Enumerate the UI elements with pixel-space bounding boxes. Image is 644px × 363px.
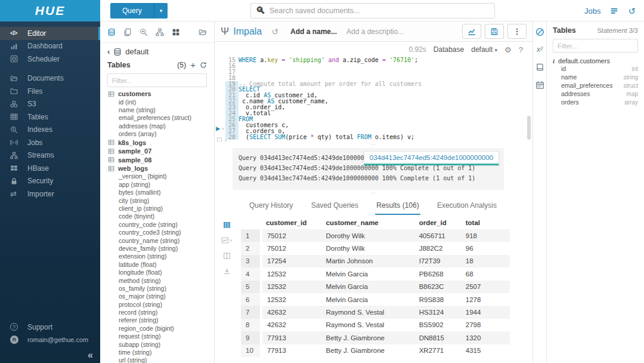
table-row[interactable]: 175012Dorothy Wilk4056711918: [241, 229, 510, 242]
table-row[interactable]: 977913Betty J. GiambroneDN88151320: [241, 331, 510, 344]
new-query-button[interactable]: Query ▾: [110, 3, 168, 19]
code-line-28[interactable]: 28 (SELECT SUM(price * qty) total FROM o…: [225, 134, 532, 140]
assist-column-version-bigint[interactable]: _version_ (bigint): [100, 173, 214, 180]
search-plus-icon[interactable]: [140, 28, 148, 36]
refresh-icon[interactable]: [200, 61, 207, 69]
settings-gear-icon[interactable]: ⚙: [504, 45, 512, 54]
tab-query-history[interactable]: Query History: [248, 199, 294, 214]
assist-column-country-name-string[interactable]: country_name (string): [100, 237, 214, 245]
assist-column-os-major-string[interactable]: os_major (string): [100, 293, 214, 300]
assist-column-orders-array[interactable]: orders (array): [100, 130, 214, 138]
query-name-field[interactable]: Add a name...: [290, 27, 337, 36]
right-assist-column-id[interactable]: id int: [553, 64, 638, 73]
database-selector[interactable]: default ▾: [471, 45, 497, 54]
assist-table-sample-08[interactable]: sample_08: [100, 155, 214, 164]
column-header-customer-id[interactable]: customer_id: [261, 216, 321, 229]
sidebar-item-jobs[interactable]: Jobs: [0, 136, 100, 149]
editor-scrollbar[interactable]: [527, 116, 531, 140]
column-header-customer-name[interactable]: customer_name: [321, 216, 414, 229]
query-id-tooltip[interactable]: 034d413ec7474ed5:4249de1000000000: [364, 151, 499, 165]
assist-column-bytes-smallint[interactable]: bytes (smallint): [100, 189, 214, 196]
assist-column-device-family-string[interactable]: device_family (string): [100, 245, 214, 253]
assist-column-protocol-string[interactable]: protocol (string): [100, 301, 214, 309]
calendar-icon[interactable]: [535, 81, 544, 90]
assist-column-url-string[interactable]: url (string): [100, 356, 214, 363]
table-row[interactable]: 842632Raymond S. VestalBS59022798: [241, 319, 510, 331]
info-icon[interactable]: i: [553, 57, 555, 64]
assist-column-email-preferences-struct[interactable]: email_preferences (struct): [100, 114, 214, 122]
sidebar-item-scheduler[interactable]: Scheduler: [0, 53, 100, 66]
grid-icon[interactable]: [223, 221, 231, 229]
code-line-15[interactable]: 15WHERE a.key = 'shipping' and a.zip_cod…: [225, 57, 532, 63]
back-chevron-icon[interactable]: ‹: [107, 47, 110, 56]
assist-column-extension-string[interactable]: extension (string): [100, 253, 214, 260]
assist-column-os-family-string[interactable]: os_family (string): [100, 285, 214, 293]
query-dropdown-caret-icon[interactable]: ▾: [154, 3, 168, 19]
assist-column-region-code-bigint[interactable]: region_code (bigint): [100, 325, 214, 333]
right-assist-column-name[interactable]: name string: [553, 73, 638, 81]
right-assist-filter-input[interactable]: [553, 39, 638, 53]
sidebar-item-documents[interactable]: Documents: [0, 72, 100, 85]
query-button-label[interactable]: Query: [110, 3, 154, 19]
apps-icon[interactable]: [172, 28, 180, 36]
assist-column-client-ip-string[interactable]: client_ip (string): [100, 205, 214, 213]
execute-query-button[interactable]: ▶: [216, 124, 220, 133]
sidebar-item-editor[interactable]: </>Editor: [0, 27, 100, 40]
table-row[interactable]: 742632Raymond S. VestalHS31241944: [241, 306, 510, 318]
assist-column-country-code-string[interactable]: country_code (string): [100, 221, 214, 229]
code-line-19[interactable]: 19-- Compute total amount per order for …: [225, 81, 532, 87]
table-row[interactable]: 412532Melvin GarciaPB626868: [241, 267, 510, 280]
download-icon[interactable]: [223, 267, 231, 275]
database-name[interactable]: default: [125, 47, 148, 56]
assist-column-code-tinyint[interactable]: code (tinyint): [100, 213, 214, 220]
resize-grip-bottom[interactable]: ⋯: [215, 190, 532, 196]
search-input[interactable]: [270, 7, 490, 15]
present-chart-button[interactable]: [462, 24, 481, 39]
column-header-order-id[interactable]: order_id: [414, 216, 461, 229]
right-assist-column-email-preferences[interactable]: email_preferences struct: [553, 81, 638, 90]
code-line-24[interactable]: 24 v.total: [225, 110, 532, 116]
resize-grip[interactable]: ⋯: [215, 141, 532, 147]
tab-results-106[interactable]: Results (106): [375, 199, 420, 215]
sitemap-icon[interactable]: [156, 28, 164, 36]
folder-open-icon[interactable]: [199, 28, 207, 36]
code-line-17[interactable]: 17: [225, 69, 532, 75]
sidebar-item-tables[interactable]: Tables: [0, 110, 100, 124]
assist-column-addresses-map[interactable]: addresses (map): [100, 122, 214, 130]
sql-code-editor[interactable]: 15WHERE a.key = 'shipping' and a.zip_cod…: [215, 57, 532, 141]
query-history-icon[interactable]: ↺: [271, 27, 278, 36]
assist-column-record-string[interactable]: record (string): [100, 309, 214, 316]
columns-icon[interactable]: [223, 252, 231, 260]
assist-column-country-code3-string[interactable]: country_code3 (string): [100, 229, 214, 236]
copy-icon[interactable]: [123, 28, 132, 36]
right-assist-column-addresses[interactable]: addresses map: [553, 90, 638, 98]
assist-column-longitude-float[interactable]: longitude (float): [100, 269, 214, 276]
table-row[interactable]: 317254Martin JohnsonI72T3918: [241, 255, 510, 267]
sidebar-item-indexes[interactable]: Indexes: [0, 124, 100, 137]
code-line-16[interactable]: 16: [225, 63, 532, 69]
sidebar-item-support[interactable]: ?Support: [0, 321, 100, 334]
add-table-icon[interactable]: +: [190, 60, 196, 70]
assist-table-customers[interactable]: customers: [100, 90, 214, 99]
sidebar-collapse-button[interactable]: «: [88, 350, 93, 361]
column-header-total[interactable]: total: [461, 216, 510, 229]
sidebar-item-hbase[interactable]: HBase: [0, 162, 100, 175]
assist-table-sample-07[interactable]: sample_07: [100, 147, 214, 156]
assist-column-name-string[interactable]: name (string): [100, 106, 214, 114]
save-query-button[interactable]: [485, 24, 504, 39]
assist-column-id-int[interactable]: id (int): [100, 99, 214, 106]
table-row[interactable]: 512532Melvin GarciaB8623C2507: [241, 281, 510, 293]
database-icon[interactable]: [107, 28, 116, 36]
help-icon[interactable]: ?: [519, 45, 523, 54]
hue-logo[interactable]: HUE: [0, 0, 100, 21]
assist-table-k8s-logs[interactable]: k8s_logs: [100, 138, 214, 147]
table-row[interactable]: 612532Melvin GarciaR9S8381278: [241, 293, 510, 306]
execute-options-caret-icon[interactable]: ▾: [221, 126, 224, 131]
chart-image-icon[interactable]: [221, 236, 229, 244]
query-description-field[interactable]: Add a descriptio...: [346, 27, 404, 36]
book-icon[interactable]: [535, 63, 544, 72]
code-line-23[interactable]: 23 o.order_id,: [225, 104, 532, 110]
tab-execution-analysis[interactable]: Execution Analysis: [436, 199, 498, 214]
functions-icon[interactable]: x²: [537, 45, 543, 54]
more-actions-button[interactable]: ⋮: [507, 24, 527, 39]
